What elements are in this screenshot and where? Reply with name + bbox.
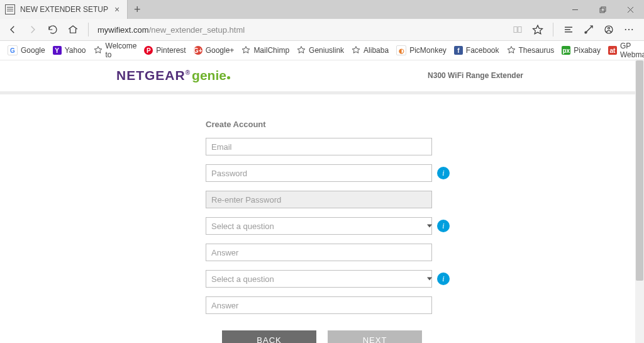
- bookmark-label: Thesaurus: [519, 46, 555, 55]
- favicon: G: [8, 45, 18, 55]
- favicon: f: [454, 46, 463, 55]
- url-host: mywifiext.com: [97, 25, 149, 35]
- create-account-form: Create Account i Select a question i: [206, 120, 438, 343]
- toolbar-separator: [553, 23, 553, 37]
- favicon: P: [144, 46, 153, 55]
- bookmark-item[interactable]: Thesaurus: [507, 45, 555, 56]
- favorite-star-icon[interactable]: [529, 21, 547, 38]
- star-icon: [94, 45, 103, 56]
- favicon: at: [608, 46, 617, 55]
- bookmark-item[interactable]: GGoogle: [8, 45, 45, 55]
- svg-marker-15: [94, 46, 102, 53]
- new-tab-button[interactable]: +: [128, 0, 147, 19]
- nav-home-button[interactable]: [64, 21, 82, 38]
- answer-1-field[interactable]: [206, 244, 432, 261]
- bookmark-label: Geniuslink: [309, 46, 344, 55]
- svg-rect-2: [601, 7, 606, 11]
- device-model-label: N300 WiFi Range Extender: [428, 71, 523, 80]
- svg-point-11: [608, 27, 610, 29]
- bookmarks-bar: GGoogleYYahooWelcome toPPinterestG+Googl…: [0, 41, 644, 60]
- security-question-1-select[interactable]: Select a question: [206, 217, 432, 235]
- bookmark-label: Pinterest: [156, 46, 186, 55]
- reenter-password-field[interactable]: [206, 191, 432, 208]
- svg-marker-5: [533, 25, 543, 34]
- bookmark-item[interactable]: atGP Webmail: [608, 42, 644, 59]
- nav-refresh-button[interactable]: [44, 21, 62, 38]
- favicon: Y: [53, 46, 62, 55]
- bookmark-item[interactable]: ◐PicMonkey: [396, 45, 447, 55]
- reading-view-icon[interactable]: [509, 21, 526, 38]
- nav-forward-button[interactable]: [24, 21, 42, 38]
- window-close-button[interactable]: [616, 0, 644, 19]
- bookmark-item[interactable]: Alibaba: [352, 45, 389, 56]
- scrollbar[interactable]: [635, 59, 644, 343]
- form-title: Create Account: [206, 120, 438, 129]
- password-field[interactable]: [206, 164, 432, 182]
- bookmark-label: PicMonkey: [409, 46, 447, 55]
- bookmark-item[interactable]: YYahoo: [53, 46, 86, 55]
- back-button[interactable]: BACK: [222, 330, 316, 343]
- svg-point-13: [628, 29, 630, 30]
- star-icon: [242, 45, 250, 56]
- page-header: NETGEAR® genie N300 WiFi Range Extender: [0, 63, 644, 94]
- svg-marker-19: [508, 46, 515, 53]
- bookmark-label: Google: [21, 46, 45, 55]
- answer-2-field[interactable]: [206, 296, 432, 314]
- bookmark-label: Welcome to: [106, 42, 137, 59]
- favicon: ◐: [396, 45, 406, 55]
- info-icon[interactable]: i: [437, 167, 450, 179]
- star-icon: [297, 45, 306, 56]
- security-question-2-select[interactable]: Select a question: [206, 270, 432, 288]
- star-icon: [507, 45, 516, 56]
- svg-marker-18: [352, 46, 360, 53]
- scrollbar-thumb[interactable]: [636, 60, 643, 281]
- tab-close-icon[interactable]: ×: [113, 4, 121, 14]
- address-bar[interactable]: mywifiext.com/new_extender_setup.html: [95, 22, 504, 37]
- bookmark-label: GP Webmail: [620, 42, 644, 59]
- bookmark-item[interactable]: fFacebook: [454, 46, 499, 55]
- nav-back-button[interactable]: [4, 21, 21, 38]
- bookmark-label: Facebook: [466, 46, 499, 55]
- info-icon[interactable]: i: [437, 220, 450, 232]
- window-minimize-button[interactable]: [561, 0, 589, 19]
- bookmark-label: Pixabay: [574, 46, 601, 55]
- share-icon[interactable]: [600, 21, 618, 38]
- hub-icon[interactable]: [560, 21, 577, 38]
- browser-toolbar: mywifiext.com/new_extender_setup.html: [0, 19, 644, 41]
- webnote-icon[interactable]: [580, 21, 597, 38]
- bookmark-item[interactable]: pxPixabay: [562, 46, 601, 55]
- bookmark-item[interactable]: MailChimp: [242, 45, 289, 56]
- svg-marker-17: [297, 46, 305, 53]
- bookmark-label: Yahoo: [65, 46, 86, 55]
- url-path: /new_extender_setup.html: [149, 25, 245, 35]
- netgear-genie-logo: NETGEAR® genie: [116, 68, 230, 83]
- svg-point-14: [631, 29, 633, 30]
- svg-marker-16: [243, 46, 250, 53]
- star-icon: [352, 45, 360, 56]
- browser-tab[interactable]: NEW EXTENDER SETUP ×: [0, 0, 128, 19]
- next-button[interactable]: NEXT: [328, 330, 422, 343]
- toolbar-separator: [88, 23, 89, 37]
- bookmark-item[interactable]: Geniuslink: [297, 45, 344, 56]
- page-viewport: NETGEAR® genie N300 WiFi Range Extender …: [0, 59, 644, 343]
- info-icon[interactable]: i: [437, 273, 450, 285]
- tab-title: NEW EXTENDER SETUP: [20, 5, 108, 14]
- more-icon[interactable]: [620, 21, 638, 38]
- window-restore-button[interactable]: [589, 0, 616, 19]
- bookmark-item[interactable]: Welcome to: [94, 42, 137, 59]
- page-icon: [5, 4, 15, 14]
- svg-point-12: [625, 29, 626, 30]
- bookmark-item[interactable]: PPinterest: [144, 46, 186, 55]
- window-titlebar: NEW EXTENDER SETUP × +: [0, 0, 644, 19]
- bookmark-item[interactable]: G+Google+: [194, 46, 235, 55]
- bookmark-label: Google+: [206, 46, 235, 55]
- email-field[interactable]: [206, 138, 432, 155]
- favicon: px: [562, 46, 570, 55]
- bookmark-label: Alibaba: [364, 46, 389, 55]
- favicon: G+: [194, 46, 203, 55]
- bookmark-label: MailChimp: [253, 46, 289, 55]
- svg-rect-1: [600, 8, 604, 13]
